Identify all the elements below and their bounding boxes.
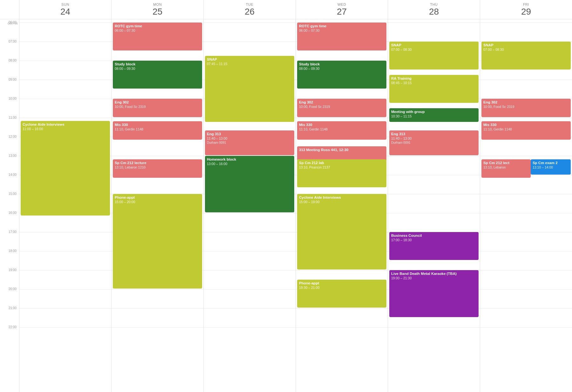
- event-study-mon[interactable]: Study block 08:00 – 09:30: [113, 61, 202, 89]
- hour-line: [19, 289, 111, 289]
- event-study-wed[interactable]: Study block 08:00 – 09:30: [297, 61, 386, 89]
- time-06: 06:00: [9, 21, 17, 24]
- hour-line: [480, 23, 572, 23]
- time-07: 07:00: [9, 40, 17, 43]
- hour-line: [19, 232, 111, 232]
- time-11: 11:00: [9, 116, 17, 119]
- event-rotc-wed[interactable]: ROTC gym time 06:00 – 07:30: [297, 23, 386, 50]
- event-mis330-fri[interactable]: Mis 330 11:10, Gerdin 1148: [481, 121, 571, 140]
- hour-line: [480, 327, 572, 328]
- hour-line: [112, 308, 203, 309]
- day-header-thu: THU 28: [388, 0, 480, 19]
- hour-line: [480, 308, 572, 309]
- hour-line: [388, 156, 480, 156]
- hour-line: [480, 289, 572, 289]
- event-bizcouncil-thu[interactable]: Business Council 17:00 – 18:30: [389, 232, 479, 260]
- hour-line: [19, 42, 111, 42]
- event-phoneappt-wed[interactable]: Phone-appt 19:30 – 21:00: [297, 280, 386, 308]
- hour-line: [204, 270, 296, 270]
- event-spcm212lab-wed[interactable]: Sp Cm 212 lab 13:10, Pearson 2137: [297, 159, 386, 187]
- hour-line: [480, 80, 572, 80]
- time-column: GMT-06 06:00 07:00 08:00 09:00 10:00 11:…: [0, 19, 19, 392]
- hour-line: [204, 327, 296, 328]
- time-10: 10:00: [9, 97, 17, 100]
- hour-line: [19, 23, 111, 23]
- event-eng302-fri[interactable]: Eng 302 10:00, Food Sc 2319: [481, 99, 571, 117]
- event-eng313-thu[interactable]: Eng 313 11:40 – 13:00 Durham 0091: [389, 130, 479, 155]
- hour-line: [19, 61, 111, 61]
- day-wed: ROTC gym time 06:00 – 07:30 Study block …: [296, 19, 388, 392]
- day-header-wed: WED 27: [296, 0, 388, 19]
- hour-line: [19, 118, 111, 118]
- hour-line: [204, 213, 296, 213]
- event-spcmexam2-fri[interactable]: Sp Cm exam 2 13:10 – 14:00: [531, 159, 571, 175]
- event-cyclone-aide-sun[interactable]: Cyclone Aide Interviews 11:00 – 16:00: [21, 121, 110, 216]
- event-homework-tue[interactable]: Homework block 13:00 – 16:00: [205, 156, 294, 212]
- event-snap-fri[interactable]: SNAP 07:00 – 08:30: [481, 42, 571, 70]
- hour-line: [480, 118, 572, 118]
- event-snap-tue[interactable]: SNAP 07:45 – 11:15: [205, 56, 294, 122]
- event-liveband-thu[interactable]: Live Band Death Metal Karaoke (TBA) 19:0…: [389, 270, 479, 317]
- hour-line: [204, 289, 296, 289]
- hour-line: [19, 99, 111, 99]
- time-16: 16:00: [9, 211, 17, 215]
- hour-line: [19, 308, 111, 309]
- time-22: 22:00: [9, 325, 17, 329]
- hour-line: [388, 327, 480, 328]
- time-gutter-header: [0, 0, 19, 19]
- time-18: 18:00: [9, 249, 17, 253]
- event-cyclone-wed[interactable]: Cyclone Aide Interviews 15:00 – 19:00: [297, 194, 386, 269]
- hour-line: [388, 194, 480, 194]
- hour-line: [19, 270, 111, 270]
- event-ratraining-thu[interactable]: RA Training 08:45 – 10:15: [389, 75, 479, 103]
- hour-line: [112, 156, 203, 156]
- event-spcm212-mon[interactable]: Sp Cm 212 lecture 13:10, Lebaron 1210: [113, 159, 202, 178]
- hour-line: [296, 308, 388, 309]
- hour-line: [204, 308, 296, 309]
- hour-line: [204, 251, 296, 251]
- event-rotc-mon[interactable]: ROTC gym time 06:00 – 07:30: [113, 23, 202, 50]
- hour-line: [480, 270, 572, 270]
- hour-line: [19, 251, 111, 251]
- day-thu: SNAP 07:00 – 08:30 RA Training 08:45 – 1…: [388, 19, 480, 392]
- hour-line: [296, 327, 388, 328]
- day-header-mon: MON 25: [111, 0, 203, 19]
- time-14: 14:00: [9, 173, 17, 176]
- time-19: 19:00: [9, 268, 17, 272]
- hour-line: [480, 251, 572, 251]
- hour-line: [19, 327, 111, 328]
- event-phoneappt-mon[interactable]: Phone-appt 15:00 – 20:00: [113, 194, 202, 289]
- hour-line: [204, 23, 296, 23]
- time-17: 17:00: [9, 230, 17, 234]
- day-sun: Cyclone Aide Interviews 11:00 – 16:00: [19, 19, 111, 392]
- time-21: 21:00: [9, 306, 17, 310]
- time-09: 09:00: [9, 78, 17, 81]
- calendar-body: GMT-06 06:00 07:00 08:00 09:00 10:00 11:…: [0, 19, 572, 392]
- calendar: SUN 24 MON 25 TUE 26 WED 27 THU 28 FRI 2…: [0, 0, 572, 392]
- days-grid: Cyclone Aide Interviews 11:00 – 16:00: [19, 19, 572, 392]
- time-13: 13:00: [9, 154, 17, 157]
- event-eng302-wed[interactable]: Eng 302 10:00, Food Sc 2319: [297, 99, 386, 117]
- day-header-tue: TUE 26: [203, 0, 296, 19]
- event-eng302-mon[interactable]: Eng 302 10:00, Food Sc 2319: [113, 99, 202, 117]
- day-fri: SNAP 07:00 – 08:30 Eng 302 10:00, Food S…: [480, 19, 572, 392]
- event-eng313-tue[interactable]: Eng 313 11:40 – 13:00 Durham 0091: [205, 130, 294, 155]
- event-mis330-wed[interactable]: Mis 330 11:10, Gerdin 1148: [297, 121, 386, 140]
- calendar-header: SUN 24 MON 25 TUE 26 WED 27 THU 28 FRI 2…: [0, 0, 572, 19]
- hour-line: [112, 327, 203, 328]
- hour-line: [388, 175, 480, 175]
- time-20: 20:00: [9, 287, 17, 291]
- event-snap-thu[interactable]: SNAP 07:00 – 08:30: [389, 42, 479, 70]
- day-header-sun: SUN 24: [19, 0, 111, 19]
- hour-line: [480, 194, 572, 194]
- hour-line: [296, 270, 388, 270]
- hour-line: [388, 23, 480, 23]
- day-tue: SNAP 07:45 – 11:15 Eng 313 11:40 – 13:00…: [203, 19, 296, 392]
- event-meeting-thu[interactable]: Meeting with group 10:30 – 11:15: [389, 108, 479, 122]
- hour-line: [19, 80, 111, 80]
- day-mon: ROTC gym time 06:00 – 07:30 Study block …: [111, 19, 203, 392]
- event-mis330-mon[interactable]: Mis 330 11:10, Gerdin 1148: [113, 121, 202, 140]
- event-spcm212lect-fri[interactable]: Sp Cm 212 lect 13:10, Lebaron: [481, 159, 531, 178]
- hour-line: [296, 118, 388, 118]
- time-08: 08:00: [9, 59, 17, 62]
